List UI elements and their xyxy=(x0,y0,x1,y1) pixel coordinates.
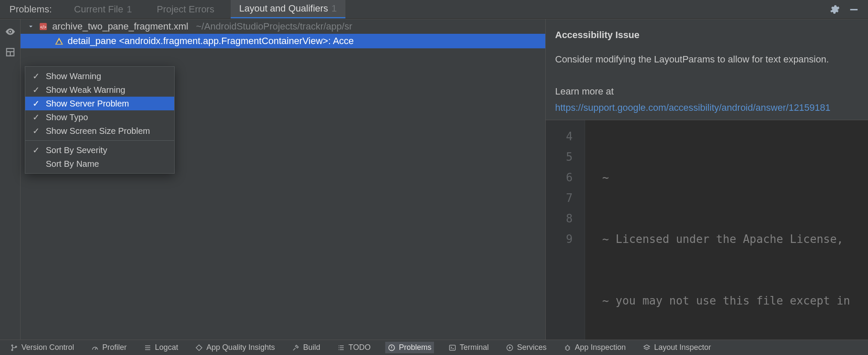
svg-rect-0 xyxy=(850,9,857,10)
tree-file-name: archive_two_pane_fragment.xml xyxy=(52,21,188,32)
warning-icon xyxy=(55,37,63,45)
blank-check xyxy=(32,159,40,169)
status-problems[interactable]: Problems xyxy=(385,342,434,353)
gear-icon[interactable] xyxy=(829,4,840,15)
check-icon: ✓ xyxy=(32,145,40,155)
popup-item-sort-by-name[interactable]: Sort By Name xyxy=(25,157,174,171)
popup-item-label: Show Typo xyxy=(46,112,88,122)
chevron-down-icon xyxy=(27,23,34,30)
tab-project-errors[interactable]: Project Errors xyxy=(148,0,223,18)
status-label: Problems xyxy=(399,343,431,352)
tab-label: Project Errors xyxy=(157,4,214,15)
status-todo[interactable]: TODO xyxy=(335,342,373,353)
tree-file-row[interactable]: </> archive_two_pane_fragment.xml ~/Andr… xyxy=(21,19,545,34)
bars-icon xyxy=(144,344,152,352)
popup-item-sort-by-severity[interactable]: ✓ Sort By Severity xyxy=(25,143,174,157)
line-no: 6 xyxy=(546,167,573,188)
code-line: ~ Licensed under the Apache License, xyxy=(602,229,868,249)
popup-item-show-weak-warning[interactable]: ✓ Show Weak Warning xyxy=(25,83,174,97)
status-label: Layout Inspector xyxy=(654,343,711,352)
status-services[interactable]: Services xyxy=(503,342,549,353)
popup-item-show-server-problem[interactable]: ✓ Show Server Problem xyxy=(25,97,174,110)
play-icon xyxy=(506,344,514,352)
popup-item-label: Show Server Problem xyxy=(46,99,129,109)
status-label: Services xyxy=(517,343,547,352)
check-icon: ✓ xyxy=(32,71,40,81)
code-line: ~ you may not use this file except in xyxy=(602,290,868,311)
xml-file-icon: </> xyxy=(39,22,48,31)
status-label: Logcat xyxy=(155,343,178,352)
line-no: 9 xyxy=(546,229,573,249)
popup-item-show-typo[interactable]: ✓ Show Typo xyxy=(25,110,174,124)
tabbar-actions xyxy=(820,0,868,18)
list-icon xyxy=(337,344,345,352)
line-no: 8 xyxy=(546,208,573,229)
status-logcat[interactable]: Logcat xyxy=(141,342,181,353)
issue-body: Consider modifying the LayoutParams to a… xyxy=(555,51,859,67)
status-label: TODO xyxy=(348,343,371,352)
status-terminal[interactable]: Terminal xyxy=(446,342,491,353)
filter-popup: ✓ Show Warning ✓ Show Weak Warning ✓ Sho… xyxy=(25,66,175,174)
popup-item-label: Sort By Name xyxy=(46,159,99,169)
tabbar-left: Problems: Current File 1 Project Errors … xyxy=(0,0,345,18)
status-app-inspection[interactable]: App Inspection xyxy=(561,342,628,353)
check-icon: ✓ xyxy=(32,112,40,122)
svg-point-9 xyxy=(566,346,569,350)
tab-label: Layout and Qualifiers xyxy=(239,3,328,14)
minimize-icon[interactable] xyxy=(848,4,859,15)
popup-item-label: Show Warning xyxy=(46,71,101,81)
gauge-icon xyxy=(91,344,99,352)
tree-file-path: ~/AndroidStudioProjects/trackr/app/sr xyxy=(193,21,352,32)
status-profiler[interactable]: Profiler xyxy=(89,342,129,353)
diamond-icon xyxy=(195,344,203,352)
learn-more-link[interactable]: https://support.google.com/accessibility… xyxy=(555,102,830,113)
tab-count: 1 xyxy=(127,4,132,15)
line-no: 4 xyxy=(546,126,573,147)
problems-tree: </> archive_two_pane_fragment.xml ~/Andr… xyxy=(21,19,545,48)
popup-item-show-warning[interactable]: ✓ Show Warning xyxy=(25,69,174,83)
left-gutter xyxy=(0,19,21,340)
status-label: Profiler xyxy=(102,343,127,352)
popup-item-label: Show Weak Warning xyxy=(46,85,125,95)
status-bar: Version Control Profiler Logcat App Qual… xyxy=(0,340,868,355)
svg-point-1 xyxy=(9,31,11,33)
content-area: </> archive_two_pane_fragment.xml ~/Andr… xyxy=(0,19,868,340)
terminal-icon xyxy=(449,344,456,352)
branch-icon xyxy=(10,344,18,352)
tab-current-file[interactable]: Current File 1 xyxy=(65,0,140,18)
check-icon: ✓ xyxy=(32,98,40,109)
bug-icon xyxy=(564,344,571,352)
eye-icon[interactable] xyxy=(5,26,16,37)
svg-rect-4 xyxy=(59,41,59,42)
svg-text:</>: </> xyxy=(40,25,47,30)
tab-label: Current File xyxy=(74,4,123,15)
line-numbers: 4 5 6 7 8 9 xyxy=(546,120,585,340)
problems-title: Problems: xyxy=(9,4,58,15)
code-editor[interactable]: 4 5 6 7 8 9 ~ ~ Licensed under the Apach… xyxy=(546,120,868,340)
code-lines: ~ ~ Licensed under the Apache License, ~… xyxy=(585,120,868,340)
status-layout-inspector[interactable]: Layout Inspector xyxy=(640,342,713,353)
status-label: Build xyxy=(303,343,320,352)
tab-count: 1 xyxy=(332,3,337,14)
problems-tree-pane: </> archive_two_pane_fragment.xml ~/Andr… xyxy=(21,19,545,340)
layout-icon[interactable] xyxy=(5,47,16,58)
line-no: 7 xyxy=(546,188,573,208)
svg-rect-5 xyxy=(59,43,59,44)
detail-panel: Accessibility Issue Consider modifying t… xyxy=(545,19,868,340)
issue-heading: Accessibility Issue xyxy=(555,27,859,43)
status-label: Version Control xyxy=(21,343,74,352)
status-version-control[interactable]: Version Control xyxy=(8,342,77,353)
status-label: Terminal xyxy=(460,343,489,352)
popup-item-show-screen-size-problem[interactable]: ✓ Show Screen Size Problem xyxy=(25,124,174,138)
tree-issue-label: detail_pane <androidx.fragment.app.Fragm… xyxy=(68,36,354,47)
layers-icon xyxy=(643,344,651,352)
status-label: App Quality Insights xyxy=(206,343,275,352)
popup-item-label: Sort By Severity xyxy=(46,145,107,155)
tree-issue-row[interactable]: detail_pane <androidx.fragment.app.Fragm… xyxy=(21,34,545,48)
status-app-quality-insights[interactable]: App Quality Insights xyxy=(193,342,277,353)
learn-more-label: Learn more at xyxy=(555,86,614,97)
warning-icon xyxy=(388,344,395,352)
tab-layout-qualifiers[interactable]: Layout and Qualifiers 1 xyxy=(231,0,345,18)
status-build[interactable]: Build xyxy=(289,342,323,353)
hammer-icon xyxy=(292,344,300,352)
